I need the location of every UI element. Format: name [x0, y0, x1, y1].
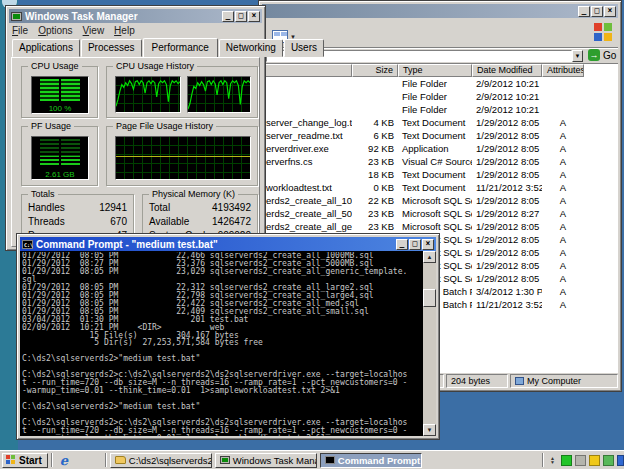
task-manager-window: Windows Task Manager _ □ × FileOptionsVi… — [5, 5, 266, 251]
folder-icon — [115, 456, 126, 464]
file-row[interactable]: erverdriver.exe92 KBApplication1/29/2012… — [262, 142, 618, 155]
file-row[interactable]: File Folder2/9/2012 10:21 PM — [262, 90, 618, 103]
file-row[interactable]: erverfns.cs23 KBVisual C# Source file1/2… — [262, 155, 618, 168]
tab-performance[interactable]: Performance — [143, 38, 218, 58]
file-row[interactable]: server_readme.txt6 KBText Document1/29/2… — [262, 129, 618, 142]
internet-explorer-icon[interactable]: e — [60, 454, 68, 467]
address-dropdown-icon[interactable]: ▼ — [572, 50, 583, 62]
file-cell: Text Document — [398, 182, 472, 193]
column-header-type[interactable]: Type — [398, 64, 472, 77]
command-prompt-window: C:\ Command Prompt - "medium test.bat" _… — [16, 233, 440, 440]
file-cell: 6 KB — [352, 130, 398, 141]
clipped-blue-icon[interactable] — [617, 455, 624, 466]
green-status-icon[interactable] — [561, 455, 572, 466]
taskbar-button[interactable]: Command Prompt - "... — [320, 453, 422, 468]
explorer-titlebar[interactable]: _ □ × — [262, 4, 618, 18]
file-cell: 23 KB — [352, 156, 398, 167]
file-row[interactable]: workloadtest.txt0 KBText Document11/21/2… — [262, 181, 618, 194]
go-arrow-icon: → — [588, 49, 600, 61]
file-row[interactable]: File Folder2/9/2012 10:21 PM — [262, 103, 618, 116]
maximize-button[interactable]: □ — [235, 11, 247, 22]
file-row[interactable]: File Folder2/9/2012 10:21 PM — [262, 77, 618, 90]
warning-icon[interactable] — [589, 455, 600, 466]
minimize-button[interactable]: _ — [396, 239, 408, 250]
close-icon[interactable]: × — [248, 11, 260, 22]
column-header-size[interactable]: Size — [352, 64, 398, 77]
file-cell: 23 KB — [352, 221, 398, 232]
scroll-up-icon[interactable]: ▲ — [423, 251, 436, 263]
file-row[interactable]: erds2_create_all_5000...23 KBMicrosoft S… — [262, 207, 618, 220]
taskbar-button[interactable]: Windows Task Manager — [215, 453, 317, 468]
go-button[interactable]: → Go — [588, 49, 616, 61]
file-cell: Text Document — [398, 117, 472, 128]
totals-label: Totals — [28, 189, 58, 199]
maximize-button[interactable]: □ — [591, 6, 603, 17]
menu-help[interactable]: Help — [114, 25, 135, 37]
windows-logo-icon — [592, 21, 614, 43]
file-cell: A — [542, 130, 584, 141]
column-header-date-modified[interactable]: Date Modified — [472, 64, 542, 77]
file-cell: 4 KB — [352, 117, 398, 128]
stat-row: Handles12941 — [28, 201, 127, 215]
status-size: 204 bytes — [446, 374, 508, 388]
file-cell: A — [542, 195, 584, 206]
scrollbar-thumb[interactable] — [423, 289, 436, 307]
file-row[interactable]: erds2_create_all_1000...22 KBMicrosoft S… — [262, 194, 618, 207]
tab-networking[interactable]: Networking — [219, 39, 283, 57]
pf-history-line — [116, 156, 250, 157]
file-row[interactable]: server_change_log.txt4 KBText Document1/… — [262, 116, 618, 129]
start-label: Start — [19, 455, 42, 466]
file-cell: Microsoft SQL Serv... — [398, 208, 472, 219]
taskbar-button-label: Windows Task Manager — [233, 455, 317, 466]
scroll-down-icon[interactable]: ▼ — [423, 424, 436, 436]
file-cell: erverdriver.exe — [262, 143, 352, 154]
file-cell: 2/9/2012 10:21 PM — [472, 104, 542, 115]
task-manager-titlebar[interactable]: Windows Task Manager _ □ × — [9, 9, 262, 23]
task-manager-menubar: FileOptionsViewHelp — [12, 25, 135, 37]
file-cell: A — [542, 221, 584, 232]
network-icon[interactable] — [603, 455, 614, 466]
taskbar-button[interactable]: C:\ds2\sqlserverds2 — [110, 453, 212, 468]
close-icon[interactable]: × — [604, 6, 616, 17]
file-cell: 1/29/2012 8:27 PM — [472, 208, 542, 219]
file-cell: 1/29/2012 8:05 PM — [472, 156, 542, 167]
cmd-icon — [325, 456, 335, 464]
menu-options[interactable]: Options — [38, 25, 72, 37]
file-row[interactable]: 18 KBText Document1/29/2012 8:05 PMA — [262, 168, 618, 181]
file-cell: 1/29/2012 8:05 PM — [472, 117, 542, 128]
task-manager-icon — [11, 12, 22, 21]
file-cell: 18 KB — [352, 169, 398, 180]
pf-usage-group: PF Usage 2.61 GB — [21, 126, 98, 186]
cpu-usage-value: 100 % — [49, 104, 72, 113]
tab-applications[interactable]: Applications — [12, 39, 80, 57]
console-area[interactable]: 01/29/2012 08:05 PM 22,466 sqlserverds2_… — [20, 251, 436, 436]
file-cell: A — [542, 247, 584, 258]
file-cell: File Folder — [398, 78, 472, 89]
file-cell: A — [542, 260, 584, 271]
column-headers: SizeTypeDate ModifiedAttributes — [262, 64, 618, 77]
hide-icons-toggle[interactable]: ▲▼ — [550, 456, 555, 464]
tab-processes[interactable]: Processes — [81, 39, 142, 57]
console-output: 01/29/2012 08:05 PM 22,466 sqlserverds2_… — [22, 252, 422, 436]
vm-icon[interactable] — [575, 455, 586, 466]
command-prompt-titlebar[interactable]: C:\ Command Prompt - "medium test.bat" _… — [20, 237, 436, 251]
scrollbar[interactable]: ▲ ▼ — [423, 251, 436, 436]
file-cell: erds2_create_all_5000... — [262, 208, 352, 219]
file-cell: Text Document — [398, 169, 472, 180]
file-cell: server_change_log.txt — [262, 117, 352, 128]
tab-users[interactable]: Users — [284, 39, 324, 57]
start-button[interactable]: Start — [2, 453, 48, 468]
close-icon[interactable]: × — [422, 239, 434, 250]
file-cell: 1/29/2012 8:05 PM — [472, 260, 542, 271]
menu-view[interactable]: View — [83, 25, 105, 37]
column-header-name[interactable] — [262, 64, 352, 77]
cpu-history-group: CPU Usage History — [106, 66, 258, 118]
maximize-button[interactable]: □ — [409, 239, 421, 250]
cpu-history-label: CPU Usage History — [113, 61, 197, 71]
minimize-button[interactable]: _ — [578, 6, 590, 17]
file-row[interactable]: erds2_create_all_gene...23 KBMicrosoft S… — [262, 220, 618, 233]
minimize-button[interactable]: _ — [222, 11, 234, 22]
column-header-attributes[interactable]: Attributes — [542, 64, 584, 77]
file-cell: Microsoft SQL Serv... — [398, 195, 472, 206]
menu-file[interactable]: File — [12, 25, 28, 37]
